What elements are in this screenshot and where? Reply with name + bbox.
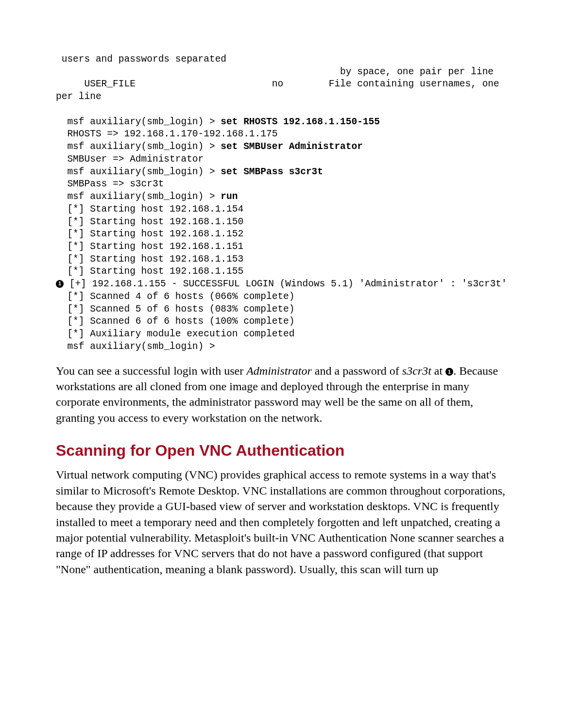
code-line: by space, one pair per line (56, 66, 494, 77)
code-line: RHOSTS => 192.168.1.170-192.168.1.175 (56, 129, 277, 139)
para1-text: and a password of (312, 364, 402, 377)
code-line: USER_FILE no File containing usernames, … (56, 79, 505, 102)
code-line-command: run (221, 191, 238, 202)
code-line-prompt: msf auxiliary(smb_login) > (56, 166, 221, 177)
code-line-command: set RHOSTS 192.168.1.150-155 (221, 116, 380, 127)
para1-text: at (431, 364, 445, 377)
code-line: SMBUser => Administrator (56, 154, 204, 165)
para1-text: You can see a successful login with user (56, 364, 246, 377)
code-line: SMBPass => s3cr3t (56, 179, 164, 189)
code-line: [*] Scanned 5 of 6 hosts (083% complete) (56, 304, 294, 314)
code-line: [*] Starting host 192.168.1.153 (56, 254, 243, 265)
callout-1-inline-icon: 1 (445, 368, 453, 376)
code-line-command: set SMBUser Administrator (221, 141, 363, 152)
callout-1-icon: 1 (56, 280, 64, 288)
code-line: [*] Starting host 192.168.1.150 (56, 216, 243, 227)
code-line: [*] Starting host 192.168.1.152 (56, 229, 243, 239)
code-line: [*] Starting host 192.168.1.154 (56, 204, 243, 215)
code-line: msf auxiliary(smb_login) > (56, 341, 215, 352)
code-block: users and passwords separated by space, … (56, 53, 507, 353)
code-line: [*] Starting host 192.168.1.151 (56, 241, 243, 252)
para1-italic-pass: s3cr3t (402, 364, 431, 377)
code-line: [*] Auxiliary module execution completed (56, 329, 294, 339)
paragraph-1: You can see a successful login with user… (56, 363, 507, 426)
code-line: users and passwords separated (56, 54, 226, 65)
section-heading-vnc: Scanning for Open VNC Authentication (56, 440, 507, 461)
paragraph-2: Virtual network computing (VNC) provides… (56, 467, 507, 577)
code-line-command: set SMBPass s3cr3t (221, 166, 323, 177)
code-line-prompt: msf auxiliary(smb_login) > (56, 116, 221, 127)
para1-italic-admin: Administrator (246, 364, 312, 377)
code-line: [*] Scanned 4 of 6 hosts (066% complete) (56, 291, 294, 302)
code-line: [+] 192.168.1.155 - SUCCESSFUL LOGIN (Wi… (64, 279, 507, 289)
code-line: [*] Starting host 192.168.1.155 (56, 266, 243, 277)
code-line-prompt: msf auxiliary(smb_login) > (56, 191, 221, 202)
code-line-prompt: msf auxiliary(smb_login) > (56, 141, 221, 152)
code-line: [*] Scanned 6 of 6 hosts (100% complete) (56, 316, 294, 327)
